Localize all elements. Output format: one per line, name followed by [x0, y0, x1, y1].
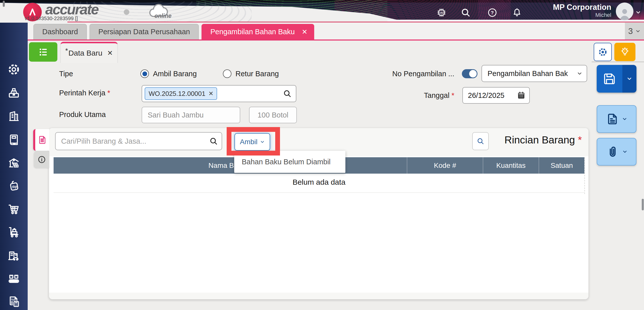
radio-selected-dot: [142, 71, 147, 76]
account-chevron-icon[interactable]: [635, 9, 641, 17]
field-value: Sari Buah Jambu: [148, 111, 204, 119]
preview-document-button[interactable]: [597, 105, 636, 133]
menu-item-bahan-baku-belum-diambil[interactable]: Bahan Baku Belum Diambil: [234, 158, 345, 166]
gear-icon: [598, 47, 608, 57]
account-info[interactable]: MP Corporation Michel: [528, 3, 611, 18]
document-list-button[interactable]: [29, 42, 57, 62]
label-text: Perintah Kerja: [59, 89, 105, 97]
tipe-label: Tipe: [59, 69, 73, 78]
tax-document-icon: TAX: [7, 295, 21, 308]
document-tab-data-baru[interactable]: * Data Baru ✕: [60, 42, 118, 63]
tab-dashboard[interactable]: Dashboard: [33, 24, 87, 40]
sidebar-item-warehouse[interactable]: [7, 156, 21, 170]
tab-pengambilan-bahan-baku[interactable]: Pengambilan Bahan Baku ✕: [202, 24, 314, 40]
cash-register-icon: [7, 86, 21, 100]
required-marker: *: [107, 89, 110, 97]
auto-number-toggle[interactable]: [462, 69, 477, 78]
svg-text:TAX: TAX: [11, 298, 16, 301]
required-marker: *: [578, 134, 582, 146]
sidebar-item-fixed-asset[interactable]: [7, 248, 21, 263]
perintah-kerja-field[interactable]: WO.2025.12.00001 ✕: [142, 85, 296, 102]
tab-label: Dashboard: [42, 28, 78, 36]
document-tab-close-icon[interactable]: ✕: [107, 49, 113, 57]
chevron-down-icon: [622, 116, 627, 122]
sidebar-item-tax[interactable]: TAX: [7, 294, 21, 309]
attachments-button[interactable]: [597, 138, 636, 166]
ai-assistant-icon[interactable]: AI: [436, 7, 447, 18]
tab-close-icon[interactable]: ✕: [302, 28, 308, 36]
rincian-barang-panel: Ambil Bahan Baku Belum Diambil Rincian B…: [49, 128, 589, 299]
help-icon[interactable]: ?: [487, 7, 498, 18]
empty-state-text: Belum ada data: [54, 178, 584, 186]
lightbulb-icon: !: [620, 47, 630, 57]
notifications-bell-icon[interactable]: [511, 7, 523, 18]
field-value: 100 Botol: [258, 111, 289, 119]
search-icon[interactable]: [209, 137, 218, 146]
sidebar-item-delivery[interactable]: [7, 225, 21, 240]
chip-close-icon[interactable]: ✕: [209, 90, 214, 97]
no-pengambilan-label: No Pengambilan ...: [377, 69, 454, 78]
radio-ambil-barang-label[interactable]: Ambil Barang: [153, 69, 197, 78]
panel-tab-detail[interactable]: [33, 129, 49, 151]
avatar[interactable]: [616, 3, 633, 20]
asset-building-car-icon: [7, 249, 21, 262]
save-split-button: [597, 65, 636, 93]
sidebar-item-settings[interactable]: [7, 62, 21, 77]
radio-retur-barang[interactable]: [223, 69, 231, 78]
empty-row-border: [54, 192, 584, 193]
tab-persiapan-data-perusahaan[interactable]: Persiapan Data Perusahaan: [90, 24, 199, 40]
column-satuan: Satuan: [539, 157, 584, 174]
conveyor-icon: [7, 272, 21, 285]
page-scrollbar-thumb[interactable]: [642, 199, 644, 210]
tanggal-label: Tanggal *: [392, 91, 454, 100]
highlight-frame: [227, 127, 280, 156]
search-icon[interactable]: [283, 89, 292, 98]
svg-text:AI: AI: [440, 11, 443, 15]
chevron-down-icon: [626, 76, 632, 82]
toggle-knob: [469, 70, 477, 78]
list-icon: [37, 46, 49, 58]
item-search: [55, 132, 222, 150]
sidebar-item-cash-register[interactable]: [7, 86, 21, 100]
rp-price-tag-icon: Rp: [7, 179, 21, 193]
sidebar-item-purchase[interactable]: [7, 202, 21, 216]
brand-text: accurate: [45, 1, 98, 18]
calendar-icon[interactable]: [517, 91, 526, 100]
tanggal-field[interactable]: 26/12/2025: [462, 87, 530, 104]
sidebar-item-pricing[interactable]: Rp: [7, 179, 21, 193]
column-kode: Kode #: [407, 157, 483, 174]
building-icon: [7, 109, 21, 123]
radio-ambil-barang[interactable]: [140, 69, 149, 78]
chevron-down-icon: [622, 149, 628, 154]
brand-online-label: online: [154, 13, 172, 19]
save-floppy-icon: [602, 72, 617, 86]
svg-text:Rp: Rp: [12, 184, 17, 189]
chevron-down-icon: [635, 28, 641, 34]
mini-scrollbar-thumb[interactable]: [3, 1, 5, 7]
tab-overflow-button[interactable]: 3: [625, 23, 644, 40]
form-settings-button[interactable]: [594, 43, 612, 61]
save-button[interactable]: [597, 65, 622, 93]
produk-utama-qty-field: 100 Botol: [249, 107, 297, 123]
no-pengambilan-select[interactable]: Pengambilan Bahan Bak: [481, 65, 587, 82]
table-right-dashed-edge: [584, 157, 585, 194]
panel-tab-info[interactable]: [34, 151, 49, 168]
advanced-search-button[interactable]: [472, 132, 489, 150]
required-marker: *: [452, 91, 454, 99]
sidebar-item-company[interactable]: [7, 109, 21, 124]
rail-separator: [592, 62, 644, 62]
work-order-chip[interactable]: WO.2025.12.00001 ✕: [145, 87, 217, 100]
item-search-input[interactable]: [55, 132, 222, 150]
sidebar-item-manufacture[interactable]: [7, 271, 21, 286]
hand-truck-icon: [7, 225, 21, 239]
select-value: Pengambilan Bahan Bak: [488, 69, 577, 78]
tips-button[interactable]: !: [614, 43, 635, 61]
paperclip-icon: [606, 145, 620, 159]
global-search-icon[interactable]: [460, 7, 471, 18]
sidebar-item-journal[interactable]: [7, 132, 21, 147]
save-options-button[interactable]: [622, 65, 636, 93]
svg-text:?: ?: [491, 10, 494, 15]
radio-retur-barang-label[interactable]: Retur Barang: [235, 69, 279, 78]
company-name: MP Corporation: [528, 3, 611, 12]
produk-utama-label: Produk Utama: [59, 110, 106, 119]
